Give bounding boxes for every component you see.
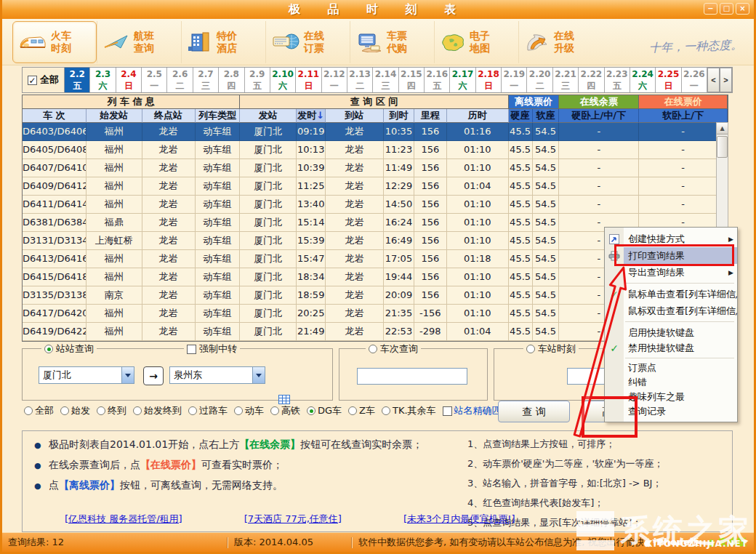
date-tab-2.23[interactable]: 2.23五 (605, 68, 630, 92)
dates-next-button[interactable]: > (720, 68, 732, 92)
date-tab-2.10[interactable]: 2.10六 (270, 68, 296, 92)
dropdown-button[interactable] (121, 367, 134, 383)
column-header-14[interactable]: 软卧上/下 (639, 109, 728, 123)
filter-option-7[interactable]: 高铁 (270, 404, 300, 417)
force-transfer-checkbox[interactable] (187, 345, 196, 354)
filter-option-5[interactable]: 过路车 (188, 404, 228, 417)
date-tab-2.26[interactable]: 2.26一 (682, 68, 707, 92)
filter-option-6[interactable]: 动车 (234, 404, 264, 417)
menu-item-4[interactable]: ✓鼠标单击查看[列车详细信息] (605, 286, 737, 302)
date-tab-2.8[interactable]: 2.8四 (219, 68, 244, 92)
menu-item-9[interactable]: 纠错 (605, 375, 737, 390)
station-grid-icon[interactable] (278, 395, 290, 404)
column-header-7[interactable]: 到站 (326, 109, 384, 123)
query-button[interactable]: 查 询 (498, 401, 570, 422)
filter-option-8[interactable]: DG车 (307, 404, 342, 417)
table-row[interactable]: D6407/D6410福州龙岩动车组厦门北10:39龙岩11:4915601:1… (23, 159, 728, 177)
ad-link-1[interactable]: [亿恩科技 服务器托管/租用] (65, 513, 182, 526)
filter-option-1[interactable]: 全部 (24, 404, 54, 417)
column-header-6[interactable]: 发时↓ (297, 109, 326, 123)
date-tab-2.24[interactable]: 2.24六 (630, 68, 656, 92)
date-tab-2.20[interactable]: 2.20二 (527, 68, 552, 92)
toolbar-button-label: 在线升级 (554, 30, 574, 55)
date-tab-2.2[interactable]: 2.2五 (65, 68, 90, 92)
date-tab-2.14[interactable]: 2.14三 (373, 68, 398, 92)
ad-link-2[interactable]: [7天酒店 77元,任意住] (244, 513, 342, 526)
scroll-thumb[interactable] (717, 136, 728, 158)
column-header-5[interactable]: 发站 (240, 109, 297, 123)
toolbar-button-hotel[interactable]: 特价酒店 (181, 21, 265, 63)
toolbar-button-upgrade[interactable]: 在线升级 (518, 21, 603, 63)
date-tab-2.5[interactable]: 2.5一 (142, 68, 167, 92)
filter-option-4[interactable]: 始发终到 (133, 404, 182, 417)
date-tab-2.9[interactable]: 2.9五 (245, 68, 270, 92)
column-header-8[interactable]: 到时 (384, 109, 414, 123)
column-header-13[interactable]: 硬卧上/中/下 (559, 109, 639, 123)
date-tab-2.17[interactable]: 2.17六 (450, 68, 475, 92)
column-header-2[interactable]: 始发站 (87, 109, 142, 123)
date-tab-2.15[interactable]: 2.15四 (399, 68, 425, 92)
toolbar-button-plane[interactable]: 航班查询 (97, 21, 181, 63)
android-app-link[interactable]: 安卓版 (707, 536, 747, 549)
menu-item-8[interactable]: 订票点 (605, 361, 737, 375)
filter-option-10[interactable]: TK.其余车 (382, 404, 436, 417)
column-header-9[interactable]: 里程 (414, 109, 447, 123)
column-header-1[interactable]: 车 次 (23, 109, 87, 123)
filter-option-3[interactable]: 终到 (97, 404, 126, 417)
cell: 156 (414, 250, 447, 268)
station-time-radio[interactable] (526, 345, 535, 353)
date-tab-2.21[interactable]: 2.21三 (553, 68, 579, 92)
close-button[interactable]: × (736, 3, 749, 15)
toolbar-button-online-ticket[interactable]: 在线订票 (265, 21, 350, 63)
dropdown-button[interactable] (252, 367, 265, 383)
dates-prev-button[interactable]: < (707, 68, 720, 92)
date-tab-2.18[interactable]: 2.18日 (476, 68, 502, 92)
column-header-10[interactable]: 历时 (447, 109, 509, 123)
date-tab-2.25[interactable]: 2.25日 (656, 68, 681, 92)
scroll-up-arrow[interactable]: ▲ (717, 123, 728, 135)
date-tab-2.13[interactable]: 2.13二 (347, 68, 373, 92)
minimize-button[interactable]: − (704, 3, 717, 15)
menu-item-3[interactable]: 导出查询结果▶ (605, 264, 737, 281)
to-station-combobox[interactable]: 泉州东 (169, 366, 265, 384)
filter-option-2[interactable]: 始发 (60, 404, 90, 417)
date-tab-2.19[interactable]: 2.19一 (502, 68, 527, 92)
ad-link-3[interactable]: [未来3个月内最便宜机票!] (403, 513, 515, 526)
train-query-radio[interactable] (369, 345, 377, 353)
date-tab-2.3[interactable]: 2.3六 (90, 68, 116, 92)
cell: 45.5 (509, 196, 533, 214)
column-header-12[interactable]: 软座 (533, 109, 560, 123)
train-number-input[interactable] (357, 368, 467, 385)
filter-option-9[interactable]: Z车 (348, 404, 375, 417)
column-header-11[interactable]: 硬座 (509, 109, 533, 123)
date-tab-2.12[interactable]: 2.12一 (322, 68, 347, 92)
table-row[interactable]: D6409/D6412福州龙岩动车组厦门北11:25龙岩12:2915601:0… (23, 177, 728, 196)
date-tab-2.22[interactable]: 2.22四 (579, 68, 604, 92)
label-line: 在线 (554, 30, 574, 42)
swap-direction-button[interactable]: → (143, 366, 164, 385)
date-tab-2.11[interactable]: 2.11日 (296, 68, 321, 92)
filter-option-label: 全部 (35, 404, 54, 417)
station-query-radio[interactable] (44, 345, 53, 353)
column-header-3[interactable]: 终点站 (142, 109, 196, 123)
date-tab-2.4[interactable]: 2.4日 (116, 68, 142, 92)
toolbar-button-train[interactable]: 火车时刻 (12, 21, 97, 63)
table-row[interactable]: D6405/D6408福州龙岩动车组厦门北10:13龙岩11:2315601:1… (23, 141, 728, 159)
toolbar-button-ticket-agent[interactable]: 车票代购 (350, 21, 434, 63)
tab-day: 二 (167, 80, 192, 92)
toolbar-button-map[interactable]: 电子地图 (434, 21, 518, 63)
menu-item-6[interactable]: 启用快捷软键盘 (605, 324, 737, 341)
table-row[interactable]: D6403/D6406福州龙岩动车组厦门北09:19龙岩10:3515601:1… (23, 123, 728, 141)
iphone-app-link[interactable]: iPhone版 (643, 536, 699, 549)
menu-item-7[interactable]: ✓禁用快捷软键盘 (605, 341, 737, 356)
all-dates-checkbox[interactable]: ✓ 全部 (23, 68, 65, 92)
menu-item-5[interactable]: 鼠标双击查看[列车详细信息] (605, 302, 737, 319)
maximize-button[interactable]: □ (720, 3, 733, 15)
date-tab-2.16[interactable]: 2.16五 (425, 68, 450, 92)
column-header-4[interactable]: 列车类型 (196, 109, 241, 123)
from-station-combobox[interactable]: 厦门北 (39, 366, 134, 384)
titlebar[interactable]: 极 品 时 刻 表 − □ × (2, 0, 754, 19)
date-tab-2.7[interactable]: 2.7三 (193, 68, 219, 92)
table-row[interactable]: D6411/D6414福州龙岩动车组厦门北13:40龙岩14:5015601:1… (23, 196, 728, 214)
date-tab-2.6[interactable]: 2.6二 (167, 68, 193, 92)
